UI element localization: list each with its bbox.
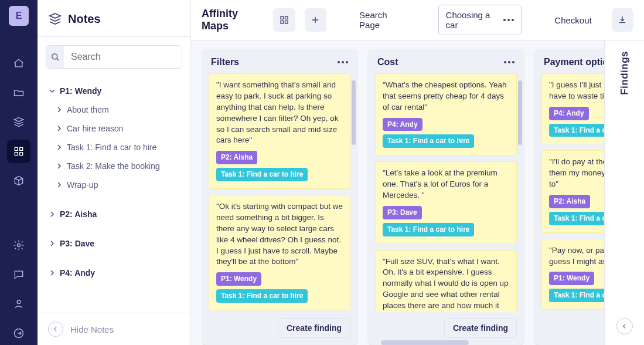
chevron-right-icon <box>56 126 62 131</box>
board: Filters "I want something that's small a… <box>191 40 644 345</box>
nav-cube[interactable] <box>7 169 30 192</box>
view-grid-button[interactable] <box>273 8 295 32</box>
nav-settings[interactable] <box>7 234 30 257</box>
nav-user[interactable] <box>7 292 30 316</box>
search-icon <box>50 52 60 62</box>
notes-search <box>46 45 182 69</box>
note-card[interactable]: "What's the cheapest options. Yeah that … <box>375 73 517 155</box>
tree-participant-p1[interactable]: P1: Wendy <box>46 82 182 100</box>
note-card[interactable]: "Ok it's starting with compact but we ne… <box>209 195 350 310</box>
tree-item-task2[interactable]: Task 2: Make the booking <box>46 157 182 175</box>
tag-participant[interactable]: P4: Andy <box>383 118 422 131</box>
tree-participant-p3[interactable]: P3: Dave <box>46 234 182 253</box>
tag-participant[interactable]: P3: Dave <box>383 206 422 219</box>
search-button[interactable] <box>46 46 64 68</box>
tag-participant[interactable]: P1: Wendy <box>216 272 261 286</box>
note-text: "Let's take a look at the premium one. T… <box>383 168 509 201</box>
tree-item-task1[interactable]: Task 1: Find a car to hire <box>46 138 182 157</box>
note-card[interactable]: "Full size SUV, that's what I want. Oh, … <box>375 250 517 312</box>
chevron-right-icon <box>56 144 62 150</box>
nav-home[interactable] <box>7 52 30 75</box>
create-finding-button[interactable]: Create finding <box>278 318 350 338</box>
workspace-avatar[interactable]: E <box>9 6 29 26</box>
folder-icon <box>13 87 25 99</box>
tree-participant-p4[interactable]: P4: Andy <box>46 263 182 282</box>
svg-rect-8 <box>281 16 284 19</box>
chevron-right-icon <box>56 163 62 169</box>
map-tab-search-page[interactable]: Search Page <box>358 5 407 35</box>
tag-task[interactable]: Task 1: Find a car to hire <box>216 289 308 303</box>
nav-exit[interactable] <box>7 322 30 345</box>
findings-panel-collapsed[interactable]: Findings <box>604 40 644 345</box>
findings-label: Findings <box>619 51 631 95</box>
note-card[interactable]: "Let's take a look at the premium one. T… <box>375 161 517 243</box>
chevron-down-icon <box>49 88 55 94</box>
tag-participant[interactable]: P1: Wendy <box>549 272 594 285</box>
map-tab-choosing-car[interactable]: Choosing a car <box>438 5 522 35</box>
chat-icon <box>13 269 25 280</box>
cube-icon <box>13 175 25 187</box>
user-icon <box>13 298 25 310</box>
more-icon[interactable] <box>503 19 514 21</box>
horizontal-scrollbar[interactable] <box>191 340 644 345</box>
note-text: "Ok it's starting with compact but we ne… <box>216 201 343 268</box>
create-finding-button[interactable]: Create finding <box>444 318 517 338</box>
column-menu-button[interactable] <box>338 61 348 63</box>
chevron-right-icon <box>49 270 55 276</box>
svg-rect-3 <box>20 153 23 155</box>
nav-stacks[interactable] <box>7 110 30 134</box>
column-menu-button[interactable] <box>504 61 514 63</box>
logout-icon <box>13 327 25 339</box>
gear-icon <box>13 239 25 251</box>
grid-icon <box>13 146 25 157</box>
add-map-button[interactable] <box>305 8 326 32</box>
nav-affinity-maps[interactable] <box>7 140 30 163</box>
search-input[interactable] <box>64 46 182 68</box>
app-rail: E <box>0 0 38 345</box>
nav-folder[interactable] <box>7 81 30 104</box>
tree-label: P4: Andy <box>60 268 95 278</box>
nav-chat[interactable] <box>7 263 30 286</box>
export-button[interactable] <box>612 8 633 32</box>
topbar: Affinity Maps Search Page Choosing a car… <box>191 0 644 40</box>
column-title: Cost <box>377 57 398 67</box>
svg-rect-1 <box>20 147 23 150</box>
tree-item-wrapup[interactable]: Wrap-up <box>46 175 182 194</box>
tree-item-about[interactable]: About them <box>46 100 182 119</box>
tag-participant[interactable]: P2: Aisha <box>549 195 590 208</box>
chevron-right-icon <box>49 211 55 217</box>
tag-task[interactable]: Task 1: Find a car to hire <box>216 168 308 181</box>
tree-label: Wrap-up <box>67 180 98 190</box>
chevron-right-icon <box>56 107 62 113</box>
layers-icon <box>13 116 25 128</box>
tag-participant[interactable]: P4: Andy <box>549 107 589 120</box>
home-icon <box>13 58 25 69</box>
plus-icon <box>310 15 321 25</box>
download-icon <box>617 15 628 25</box>
notes-panel: Notes P1: Wendy About them <box>38 0 191 345</box>
tag-participant[interactable]: P2: Aisha <box>216 151 257 164</box>
notes-tree: P1: Wendy About them Car hire reason Tas… <box>46 82 182 282</box>
chevron-right-icon <box>49 241 55 246</box>
notes-title: Notes <box>68 12 101 26</box>
map-tab-checkout[interactable]: Checkout <box>553 11 592 30</box>
tag-task[interactable]: Task 1: Find a car to hire <box>383 223 474 236</box>
hide-notes-button[interactable]: Hide Notes <box>38 313 190 345</box>
collapse-icon <box>48 322 63 337</box>
chevron-right-icon <box>56 182 62 188</box>
note-card[interactable]: "I want something that's small and easy … <box>209 73 350 189</box>
tree-item-reason[interactable]: Car hire reason <box>46 119 182 138</box>
expand-findings-button[interactable] <box>616 318 633 334</box>
svg-rect-10 <box>281 21 284 24</box>
column-cost: Cost "What's the cheapest options. Yeah … <box>368 49 524 345</box>
tag-task[interactable]: Task 1: Find a car to hire <box>383 134 474 148</box>
column-title: Filters <box>211 57 239 67</box>
tree-label: About them <box>67 105 109 114</box>
svg-rect-11 <box>285 21 288 24</box>
svg-rect-9 <box>285 16 288 19</box>
tree-label: Task 1: Find a car to hire <box>67 143 156 152</box>
layers-icon <box>48 12 62 26</box>
tree-label: Task 2: Make the booking <box>67 161 160 171</box>
tree-label: P2: Aisha <box>60 209 97 219</box>
tree-participant-p2[interactable]: P2: Aisha <box>46 205 182 224</box>
